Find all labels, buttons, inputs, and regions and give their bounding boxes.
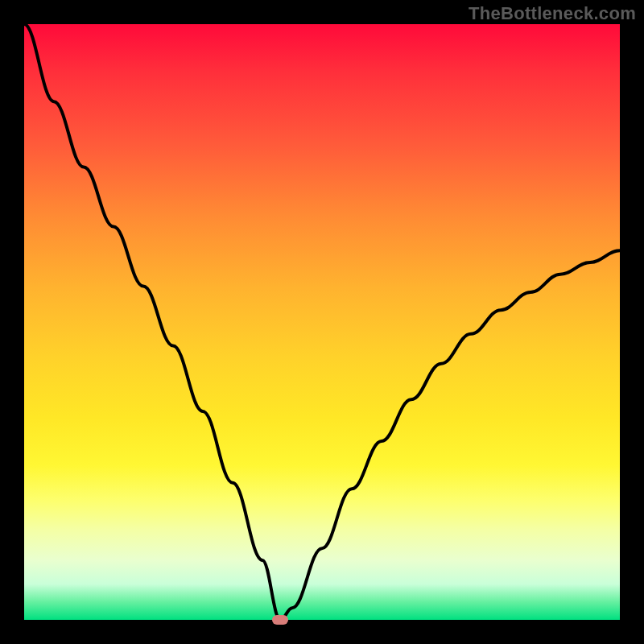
optimal-point-marker <box>272 615 288 625</box>
watermark-text: TheBottleneck.com <box>469 3 636 24</box>
curve-path <box>24 24 620 620</box>
plot-area <box>24 24 620 620</box>
bottleneck-curve <box>24 24 620 620</box>
chart-frame: TheBottleneck.com <box>0 0 644 644</box>
